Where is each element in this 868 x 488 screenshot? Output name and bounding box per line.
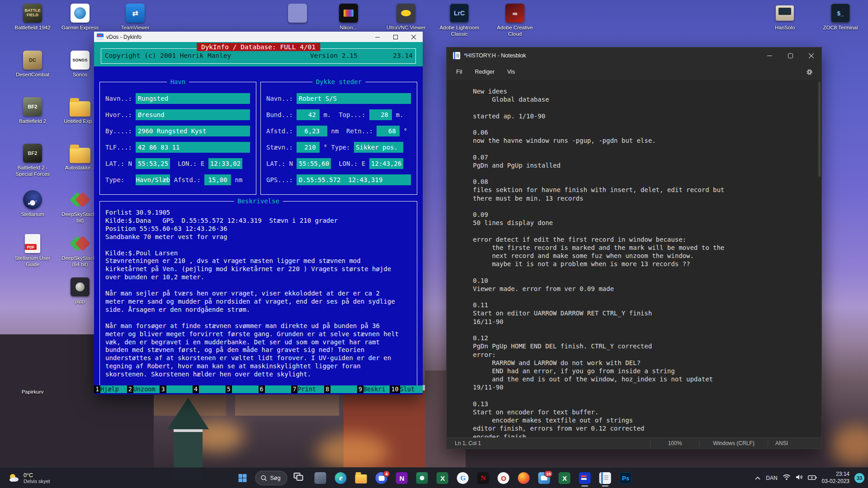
desktop-icon-ultravnc[interactable]: UltraVNC Viewer xyxy=(383,3,429,31)
fkey-beskri[interactable]: 9Beskri xyxy=(357,385,390,393)
taskbar-app-edge[interactable]: e xyxy=(331,469,350,487)
minimize-icon[interactable] xyxy=(368,32,387,42)
dykke-bund-field[interactable]: 42 xyxy=(297,109,320,120)
zoom-level[interactable]: 100% xyxy=(651,438,699,449)
excel-icon: X xyxy=(437,472,448,484)
havn-hvor-field[interactable]: Øresund xyxy=(136,109,250,120)
taskbar-app-excel-2[interactable]: X xyxy=(555,469,574,487)
fkey-8[interactable]: 8 xyxy=(324,385,357,393)
fkey-unzoom[interactable]: 2Unzoom xyxy=(127,385,160,393)
netflix-icon: N xyxy=(477,472,489,484)
maximize-icon[interactable] xyxy=(780,47,801,64)
desktop-icon-battlefield-2[interactable]: BF2 Battlefield 2 xyxy=(10,96,55,125)
notepad-titlebar[interactable]: *HISTORY.H - Notesblok xyxy=(447,47,821,64)
dykke-staevn-field[interactable]: 210 xyxy=(297,142,320,153)
fkey-3[interactable]: 3 xyxy=(160,385,193,393)
field-label: Bund..: xyxy=(266,111,297,118)
tray-clock[interactable]: 23:14 03-02-2023 xyxy=(822,471,849,485)
fkey-slut[interactable]: 10Slut xyxy=(390,385,423,393)
taskbar-app-google[interactable]: G xyxy=(453,469,472,487)
desktop-icon-zoc8-terminal[interactable]: $_ ZOC8 Terminal xyxy=(818,3,863,31)
desktop-icon-stellarium[interactable]: Stellarium xyxy=(10,189,55,218)
desktop-icon-teamviewer[interactable]: ⇄ TeamViewer xyxy=(113,3,158,31)
desktop-icon-battlefield-1942[interactable]: BATTLEFIELD Battlefield 1942 xyxy=(10,3,55,31)
taskbar-app-mail[interactable]: 10 xyxy=(534,469,554,487)
havn-tlf-field[interactable]: 42 86 83 11 xyxy=(136,142,250,153)
taskbar-app-vdos[interactable] xyxy=(575,469,594,487)
taskbar-app-photoshop[interactable]: Ps xyxy=(616,469,635,487)
tray-chevron-up-icon[interactable] xyxy=(755,474,761,482)
havn-type-field[interactable]: Havn/Slæb xyxy=(136,174,170,185)
task-view-button[interactable] xyxy=(290,469,310,487)
desktop-icon-papirkurv[interactable]: Papirkurv xyxy=(10,367,55,395)
close-icon[interactable] xyxy=(801,47,821,64)
opera-icon: O xyxy=(498,472,509,484)
fkey-4[interactable]: 4 xyxy=(193,385,226,393)
fkey-hjaelp[interactable]: 1Hjælp xyxy=(94,385,127,393)
desktop-icon-battlefield-2-special-forces[interactable]: BF2 Battlefield 2 - Special Forces xyxy=(10,143,55,177)
battlefield-2-sf-icon: BF2 xyxy=(23,143,42,164)
taskbar-app-firefox[interactable] xyxy=(514,469,533,487)
havn-navn-field[interactable]: Rungsted xyxy=(136,93,250,104)
desktop-icon-garmin-express[interactable]: Garmin Express xyxy=(57,3,103,31)
vdos-app-icon xyxy=(97,33,104,40)
search-box[interactable]: Søg xyxy=(255,471,288,485)
volume-icon[interactable] xyxy=(796,474,803,482)
taskbar-app-onenote[interactable]: N xyxy=(392,469,411,487)
notepad-text[interactable]: New idees Global database started ap. 1/… xyxy=(473,87,724,437)
havn-afstd-field[interactable]: 15,00 xyxy=(204,174,231,185)
notepad-editor[interactable]: New idees Global database started ap. 1/… xyxy=(447,80,821,437)
desktop-icon-nikon[interactable]: Nikon... xyxy=(326,3,371,31)
menu-rediger[interactable]: Rediger xyxy=(470,66,500,77)
battery-icon[interactable] xyxy=(808,474,817,482)
dykke-lon-field[interactable]: 12:43,26 xyxy=(369,158,404,169)
close-icon[interactable] xyxy=(405,32,423,42)
notification-center-badge[interactable]: 33 xyxy=(854,473,864,483)
dykke-lat-field[interactable]: 55:55,60 xyxy=(297,158,331,169)
dykke-navn-field[interactable]: Robert S/S xyxy=(297,93,411,104)
menu-vis[interactable]: Vis xyxy=(502,66,520,77)
running-indicator xyxy=(602,485,609,487)
keyboard-language[interactable]: DAN xyxy=(766,475,777,481)
dykke-afstd-field[interactable]: 6,23 xyxy=(297,126,327,136)
taskbar-app-opera[interactable]: O xyxy=(494,469,513,487)
dykke-type-field[interactable]: Sikker pos. xyxy=(354,142,404,153)
desktop-icon-desertcombat[interactable]: DC DesertCombat xyxy=(10,50,55,78)
fkey-print[interactable]: 7Print xyxy=(291,385,324,393)
minimize-icon[interactable] xyxy=(759,47,780,64)
dykke-top-field[interactable]: 28 xyxy=(369,109,392,120)
weather-widget[interactable]: 0°C Delvis skyet xyxy=(5,468,54,488)
taskbar-app-file-explorer[interactable] xyxy=(351,469,371,487)
desktop-icon-faded[interactable] xyxy=(275,3,320,25)
notepad-menubar: Fil Rediger Vis xyxy=(447,64,821,80)
taskbar-app-unknown-1[interactable] xyxy=(311,469,330,487)
field-label: LON.: E xyxy=(170,160,208,167)
taskbar-app-notepad[interactable] xyxy=(595,469,615,487)
taskbar-app-unknown-2[interactable] xyxy=(412,469,432,487)
havn-lon-field[interactable]: 12:33,02 xyxy=(208,158,243,169)
encoding[interactable]: ANSI xyxy=(768,438,821,449)
settings-gear-icon[interactable] xyxy=(802,65,817,79)
desktop-icon-stellarium-user-guide[interactable]: PDF Stellarium User Guide xyxy=(10,233,55,267)
line-ending[interactable]: Windows (CRLF) xyxy=(700,438,768,449)
taskbar-app-excel[interactable]: X xyxy=(433,469,452,487)
start-button[interactable] xyxy=(233,469,252,487)
scrollbar-thumb[interactable] xyxy=(818,82,821,177)
taskbar-app-netflix[interactable]: N xyxy=(473,469,493,487)
vdos-titlebar[interactable]: vDos - Dykinfo xyxy=(94,32,423,42)
lightroom-icon: LrC xyxy=(450,3,469,23)
havn-by-field[interactable]: 2960 Rungsted Kyst xyxy=(136,126,250,136)
dykke-gps-field[interactable]: D.55:55.572 12:43,319 xyxy=(297,174,411,185)
desktop-icon-hansolo[interactable]: HanSolo xyxy=(762,3,807,31)
menu-fil[interactable]: Fil xyxy=(451,66,467,77)
fkey-6[interactable]: 6 xyxy=(259,385,292,393)
fkey-5[interactable]: 5 xyxy=(226,385,259,393)
havn-lat-field[interactable]: 55:53,25 xyxy=(136,158,170,169)
maximize-icon[interactable] xyxy=(387,32,405,42)
dykke-retn-field[interactable]: 68 xyxy=(377,126,400,136)
firefox-icon xyxy=(518,472,530,484)
desktop-icon-creative-cloud[interactable]: ∞ Adobe Creative Cloud xyxy=(492,3,538,37)
desktop-icon-lightroom-classic[interactable]: LrC Adobe Lightroom Classic xyxy=(437,3,482,37)
taskbar-app-chat[interactable]: 4 xyxy=(372,469,391,487)
wifi-icon[interactable] xyxy=(783,474,791,482)
